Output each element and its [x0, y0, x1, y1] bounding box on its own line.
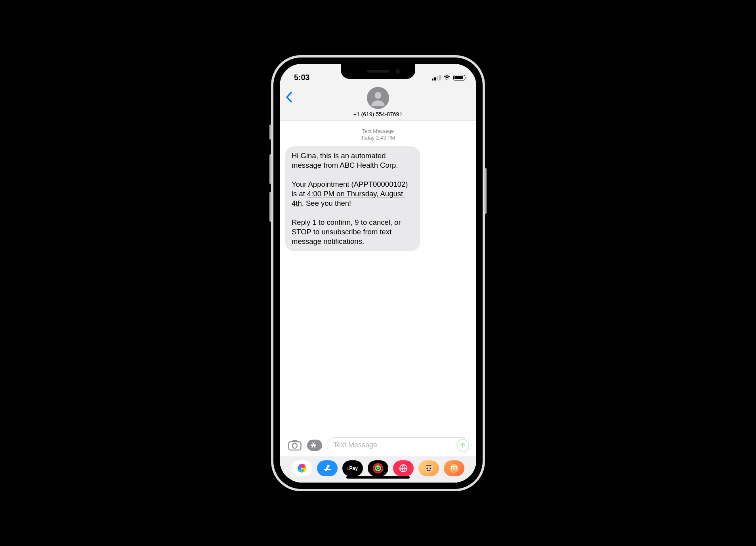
- app-apple-pay[interactable]: Pay: [342, 460, 363, 476]
- activity-rings-icon: [373, 463, 383, 473]
- wifi-icon: [443, 75, 451, 80]
- volume-down-button[interactable]: [269, 192, 271, 222]
- app-digital-touch[interactable]: [393, 460, 414, 476]
- contact-number: +1 (619) 554-8769: [353, 111, 399, 117]
- send-button[interactable]: [456, 439, 469, 452]
- compose-input[interactable]: Text Message: [326, 437, 472, 453]
- app-activity[interactable]: [368, 460, 388, 476]
- svg-point-2: [292, 443, 297, 448]
- globe-icon: [399, 464, 408, 473]
- power-button[interactable]: [485, 168, 487, 214]
- app-appstore[interactable]: [317, 460, 338, 476]
- volume-up-button[interactable]: [269, 154, 271, 184]
- battery-icon: [453, 75, 465, 80]
- imessage-app-strip[interactable]: Pay: [280, 456, 476, 483]
- status-time: 5:03: [294, 73, 309, 82]
- chevron-right-icon: [400, 111, 403, 117]
- photos-icon: [298, 464, 306, 473]
- mute-switch[interactable]: [269, 125, 271, 140]
- app-photos[interactable]: [292, 460, 312, 476]
- home-indicator[interactable]: [346, 476, 410, 479]
- svg-point-11: [452, 467, 453, 468]
- back-button[interactable]: [285, 92, 292, 104]
- app-animoji[interactable]: [444, 460, 464, 476]
- contact-name-button[interactable]: +1 (619) 554-8769: [353, 111, 403, 117]
- memoji-face-icon: [423, 462, 435, 474]
- svg-rect-1: [289, 442, 301, 450]
- svg-point-6: [426, 467, 428, 469]
- svg-point-0: [375, 92, 382, 99]
- contact-avatar[interactable]: [367, 87, 389, 109]
- received-message-bubble[interactable]: Hi Gina, this is an automated message fr…: [285, 146, 420, 251]
- thread-meta-label: Text Message Today 2:43 PM: [284, 128, 472, 142]
- animoji-face-icon: [448, 462, 460, 474]
- notch: [341, 64, 415, 79]
- conversation-header: +1 (619) 554-8769: [280, 86, 476, 121]
- phone-frame: 5:03 +1 (: [271, 55, 485, 491]
- app-drawer-button[interactable]: [307, 438, 323, 452]
- compose-bar: Text Message: [280, 433, 476, 456]
- apple-pay-label: Pay: [347, 466, 358, 471]
- messages-scroll-area[interactable]: Text Message Today 2:43 PM Hi Gina, this…: [280, 121, 476, 433]
- message-segment: Your Appointment (APPT00000102) is at 4:…: [292, 180, 414, 208]
- message-segment: Hi Gina, this is an automated message fr…: [292, 151, 414, 170]
- app-memoji[interactable]: [418, 460, 439, 476]
- appstore-icon: [323, 464, 332, 473]
- meta-channel: Text Message: [284, 128, 472, 135]
- cellular-signal-icon: [432, 75, 441, 80]
- svg-point-12: [455, 467, 456, 468]
- message-segment: Reply 1 to confirm, 9 to cancel, or STOP…: [292, 218, 414, 246]
- camera-button[interactable]: [287, 438, 303, 452]
- svg-point-7: [430, 467, 431, 469]
- compose-placeholder: Text Message: [333, 441, 377, 449]
